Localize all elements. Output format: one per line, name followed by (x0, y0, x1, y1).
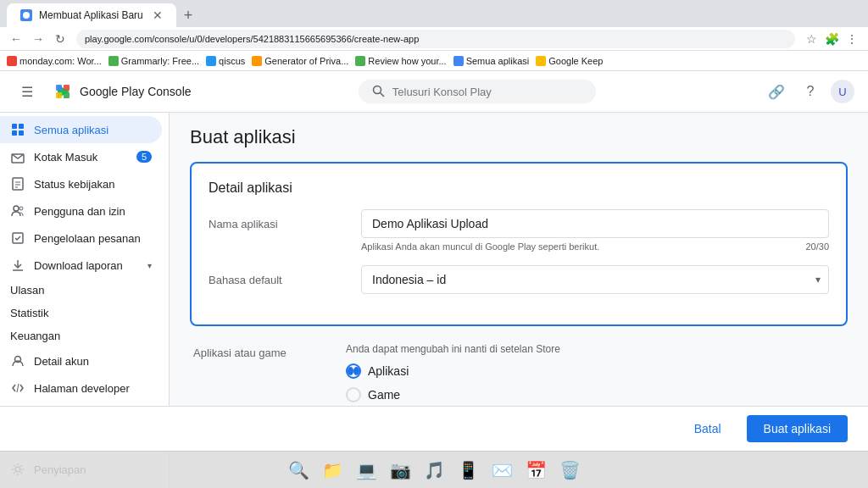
radio-circle-game (346, 387, 361, 402)
tab-title: Membuat Aplikasi Baru (39, 9, 146, 21)
help-button[interactable]: ? (797, 78, 824, 105)
browser-tab[interactable]: Membuat Aplikasi Baru ✕ (7, 3, 176, 27)
search-input[interactable] (392, 86, 562, 98)
avatar[interactable]: U (831, 80, 854, 103)
svg-rect-9 (12, 124, 17, 129)
app-name-hint-row: Aplikasi Anda akan muncul di Google Play… (361, 241, 829, 252)
cancel-button[interactable]: Batal (677, 415, 738, 442)
sidebar-item-keuangan[interactable]: Keuangan (0, 324, 162, 347)
sidebar-item-label: Statistik (10, 307, 49, 319)
dock-trash-icon[interactable]: 🗑️ (554, 455, 585, 485)
sidebar-item-detail-akun[interactable]: Detail akun (0, 347, 162, 374)
new-tab-button[interactable]: + (176, 3, 200, 27)
app-logo-area: Google Play Console (51, 80, 192, 103)
dock-mail-icon[interactable]: ✉️ (487, 455, 517, 485)
dock-camera-icon[interactable]: 📷 (385, 455, 415, 485)
bookmark-generator[interactable]: Generator of Priva... (252, 56, 348, 66)
bookmark-review[interactable]: Review how your... (355, 56, 446, 66)
bookmark-keep[interactable]: Google Keep (536, 56, 603, 66)
dock-music-icon[interactable]: 🎵 (419, 455, 449, 485)
dock-phone-icon[interactable]: 📱 (453, 455, 483, 485)
bookmark-qiscus[interactable]: qiscus (206, 56, 245, 66)
create-app-button[interactable]: Buat aplikasi (747, 415, 848, 442)
lang-select-wrapper: Indonesia – id English (US) – en ▾ (361, 265, 829, 294)
tab-close-button[interactable]: ✕ (153, 8, 163, 22)
inbox-icon (10, 149, 25, 164)
svg-point-19 (19, 207, 23, 210)
bookmark-favicon (536, 56, 546, 66)
radio-item-aplikasi[interactable]: Aplikasi (346, 363, 844, 379)
app-name-label: Google Play Console (80, 85, 192, 98)
sidebar-item-label: Ulasan (10, 284, 44, 297)
bookmark-label: Generator of Priva... (264, 56, 348, 66)
policy-icon (10, 176, 25, 191)
header-actions: 🔗 ? U (763, 78, 854, 105)
sidebar-item-ulasan[interactable]: Ulasan (0, 279, 162, 302)
svg-rect-14 (13, 178, 23, 190)
address-text: play.google.com/console/u/0/developers/5… (85, 34, 787, 44)
radio-item-game[interactable]: Game (346, 387, 844, 402)
sidebar-item-label: Keuangan (10, 330, 60, 342)
app-type-radio-group: Aplikasi Game (346, 363, 844, 402)
bookmark-button[interactable]: ☆ (802, 30, 821, 48)
sidebar-item-download-laporan[interactable]: Download laporan ▾ (0, 252, 162, 279)
bookmark-monday[interactable]: monday.com: Wor... (7, 56, 102, 66)
chevron-down-icon: ▾ (147, 261, 152, 270)
dock-finder-icon[interactable]: 🔍 (283, 455, 314, 485)
svg-point-7 (373, 86, 381, 94)
forward-button[interactable]: → (29, 30, 47, 48)
svg-rect-5 (56, 92, 62, 98)
bookmark-label: Semua aplikasi (466, 56, 530, 66)
default-lang-row: Bahasa default Indonesia – id English (U… (209, 265, 829, 294)
bookmark-semua[interactable]: Semua aplikasi (453, 56, 530, 66)
sidebar-item-statistik[interactable]: Statistik (0, 302, 162, 324)
developer-icon (10, 380, 25, 396)
sidebar-item-label: Detail akun (34, 355, 89, 368)
inbox-badge: 5 (136, 151, 152, 163)
bookmark-favicon (252, 56, 262, 66)
dock-calendar-icon[interactable]: 📅 (520, 455, 551, 485)
sidebar-item-label: Semua aplikasi (34, 124, 108, 136)
people-icon (10, 203, 25, 219)
search-bar[interactable] (359, 80, 596, 103)
app-name-input[interactable] (361, 209, 829, 238)
sidebar-item-label: Kotak Masuk (34, 151, 97, 164)
svg-rect-3 (56, 85, 62, 91)
sidebar-item-status-kebijakan[interactable]: Status kebijakan (0, 170, 162, 197)
app-type-content: Anda dapat mengubah ini nanti di setelan… (346, 343, 844, 402)
default-lang-control: Indonesia – id English (US) – en ▾ (361, 265, 829, 294)
sidebar-item-halaman-developer[interactable]: Halaman developer (0, 374, 162, 402)
sidebar-item-label: Pengelolaan pesanan (34, 232, 141, 245)
sidebar-item-label: Status kebijakan (34, 178, 114, 191)
hamburger-menu-button[interactable]: ☰ (14, 78, 41, 105)
dock-laptop-icon[interactable]: 💻 (351, 455, 381, 485)
tab-favicon (20, 9, 32, 21)
bookmark-label: Grammarly: Free... (121, 56, 199, 66)
svg-point-0 (23, 12, 30, 19)
svg-point-18 (14, 206, 19, 211)
sidebar-item-kotak-masuk[interactable]: Kotak Masuk 5 (0, 143, 162, 170)
address-bar[interactable]: play.google.com/console/u/0/developers/5… (76, 30, 795, 48)
grid-icon (10, 122, 25, 137)
dock-files-icon[interactable]: 📁 (317, 455, 348, 485)
default-lang-select[interactable]: Indonesia – id English (US) – en (361, 265, 829, 294)
back-button[interactable]: ← (7, 30, 25, 48)
bookmark-favicon (108, 56, 119, 66)
svg-rect-12 (19, 130, 24, 136)
svg-line-8 (380, 93, 384, 97)
refresh-button[interactable]: ↻ (51, 30, 70, 48)
macos-dock: 🔍 📁 💻 📷 🎵 📱 ✉️ 📅 🗑️ (0, 451, 868, 488)
bookmark-label: monday.com: Wor... (19, 56, 102, 66)
bookmark-grammarly[interactable]: Grammarly: Free... (108, 56, 199, 66)
sidebar-item-pengguna[interactable]: Pengguna dan izin (0, 197, 162, 225)
link-icon-button[interactable]: 🔗 (763, 78, 790, 105)
menu-button[interactable]: ⋮ (843, 30, 861, 48)
bookmark-favicon (355, 56, 365, 66)
play-console-logo-icon (51, 80, 75, 103)
sidebar-item-pengelolaan-pesanan[interactable]: Pengelolaan pesanan (0, 225, 162, 252)
extensions-button[interactable]: 🧩 (822, 30, 841, 48)
account-icon (10, 353, 25, 369)
sidebar-item-semua-aplikasi[interactable]: Semua aplikasi (0, 116, 162, 143)
sidebar-item-label: Pengguna dan izin (34, 205, 125, 218)
orders-icon (10, 230, 25, 246)
